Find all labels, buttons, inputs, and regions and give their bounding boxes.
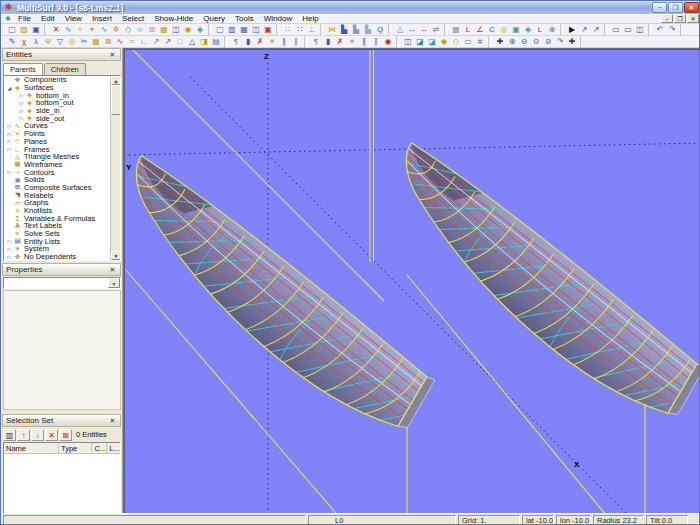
move-down-button[interactable]: ↓ [31,429,44,441]
toolbar-icon[interactable]: ▢ [214,24,226,35]
tree-item-side-out[interactable]: ▷◈side_out [4,114,111,122]
selection-close-icon[interactable]: ✕ [108,417,117,425]
toolbar-icon[interactable]: ◉ [182,24,194,35]
minimize-button[interactable]: − [652,2,667,13]
toolbar-icon[interactable]: ▣ [510,24,522,35]
menu-show-hide[interactable]: Show-Hide [149,14,198,24]
menu-select[interactable]: Select [117,14,149,24]
toolbar-icon[interactable]: △ [394,24,406,35]
toolbar-icon[interactable]: ▮ [242,36,254,47]
tree-item-entity-lists[interactable]: ▷▤Entity Lists [4,237,111,245]
toolbar-icon[interactable]: ↗ [578,24,590,35]
column-c[interactable]: C... [92,443,107,453]
toolbar-icon[interactable]: ▣ [262,24,274,35]
menu-help[interactable]: Help [297,14,323,24]
clear-all-button[interactable]: ⊠ [59,429,72,441]
toolbar-icon[interactable]: ▮ [322,36,334,47]
expander-icon[interactable]: ▷ [18,115,25,121]
toolbar-icon[interactable]: ¶ [230,36,242,47]
toolbar-icon[interactable]: L [534,24,546,35]
toolbar-icon[interactable]: ↗ [150,36,162,47]
toolbar-icon[interactable]: ✕ [50,24,62,35]
toolbar-icon[interactable]: λ [30,36,42,47]
tree-item-wireframes[interactable]: ▦Wireframes [4,161,111,169]
entities-tree-scrollbar[interactable]: ▲ ▼ [110,76,120,260]
toolbar-icon[interactable]: ↔ [406,24,418,35]
toolbar-icon[interactable]: ✶ [266,36,278,47]
toolbar-icon[interactable]: ▭ [622,24,634,35]
select-list-button[interactable]: ▥ [3,429,16,441]
tree-item-no-dependents[interactable]: ▷✥No Dependents [4,253,111,261]
properties-close-icon[interactable]: ✕ [108,266,117,274]
toolbar-icon[interactable]: ∠ [474,24,486,35]
toolbar-icon[interactable]: ↷ [554,36,566,47]
toolbar-icon[interactable]: ◇ [450,36,462,47]
toolbar-icon[interactable]: ∥ [290,36,302,47]
toolbar-icon[interactable]: ✂ [78,36,90,47]
dropdown-icon[interactable]: ▾ [108,278,120,288]
toolbar-icon[interactable]: ▽ [54,36,66,47]
toolbar-icon[interactable]: ▶ [566,24,578,35]
toolbar-icon[interactable]: ¶ [310,36,322,47]
menu-view[interactable]: View [60,14,87,24]
toolbar-icon[interactable]: ∿ [98,24,110,35]
mdi-close-button[interactable]: ✕ [687,14,699,23]
tree-item-contours[interactable]: ▷◔Contours [4,168,111,176]
tab-children[interactable]: Children [44,63,86,75]
toolbar-icon[interactable]: Q [374,24,386,35]
column-l[interactable]: L... [107,443,120,453]
toolbar-icon[interactable]: ⊙ [530,36,542,47]
entities-close-icon[interactable]: ✕ [108,51,117,59]
toolbar-icon[interactable]: ◈ [522,24,534,35]
toolbar-icon[interactable]: ◨ [198,36,210,47]
tree-item-graphs[interactable]: ▱Graphs [4,199,111,207]
toolbar-icon[interactable]: ▦ [238,24,250,35]
toolbar-icon[interactable]: ▙ [362,24,374,35]
menu-tools[interactable]: Tools [230,14,259,24]
toolbar-icon[interactable]: ▦ [90,36,102,47]
expander-icon[interactable]: ▷ [6,146,13,152]
toolbar-icon[interactable]: ▭ [462,36,474,47]
scroll-down-icon[interactable]: ▼ [111,251,121,260]
toolbar-icon[interactable]: ▣ [30,24,42,35]
toolbar-icon[interactable]: ▢ [6,24,18,35]
toolbar-icon[interactable]: ⊠ [102,36,114,47]
expander-icon[interactable]: ▷ [18,100,25,106]
mdi-minimize-button[interactable]: − [661,14,673,23]
toolbar-icon[interactable]: ◎ [66,36,78,47]
toolbar-icon[interactable]: ∥ [370,36,382,47]
toolbar-icon[interactable]: ▦ [450,24,462,35]
toolbar-icon[interactable]: ↔ [418,24,430,35]
tree-item-components[interactable]: ✥Components [4,76,111,84]
expander-icon[interactable]: ▷ [6,246,13,252]
expander-icon[interactable]: ▷ [6,169,13,175]
toolbar-icon[interactable]: ≈ [126,36,138,47]
maximize-button[interactable]: ❐ [668,2,683,13]
toolbar-icon[interactable]: ∥ [278,36,290,47]
menu-insert[interactable]: Insert [87,14,117,24]
menu-file[interactable]: File [13,14,36,24]
toolbar-icon[interactable]: △ [186,36,198,47]
toolbar-icon[interactable]: χ [18,36,30,47]
tree-item-composite-surfaces[interactable]: ⊞Composite Surfaces [4,184,111,192]
toolbar-icon[interactable]: ◪ [414,36,426,47]
toolbar-icon[interactable]: ◆ [438,36,450,47]
toolbar-icon[interactable]: ◫ [170,24,182,35]
toolbar-icon[interactable]: ⊖ [518,36,530,47]
toolbar-icon[interactable]: ⋈ [326,24,338,35]
toolbar-icon[interactable]: ⊕ [546,24,558,35]
toolbar-icon[interactable]: ⊥ [306,24,318,35]
tree-item-planes[interactable]: ▷◇Planes [4,138,111,146]
tree-item-relabels[interactable]: ◥Relabels [4,191,111,199]
toolbar-icon[interactable]: ✶ [346,36,358,47]
toolbar-icon[interactable]: ✧ [74,24,86,35]
toolbar-icon[interactable]: Ψ [42,36,54,47]
toolbar-icon[interactable]: ▭ [610,24,622,35]
toolbar-icon[interactable]: ▦ [158,24,170,35]
toolbar-icon[interactable]: ∷ [282,24,294,35]
toolbar-icon[interactable]: ▥ [226,24,238,35]
move-up-button[interactable]: ↑ [17,429,30,441]
toolbar-icon[interactable]: ▨ [18,24,30,35]
properties-selector-value[interactable] [4,278,108,288]
remove-button[interactable]: ✕ [45,429,58,441]
